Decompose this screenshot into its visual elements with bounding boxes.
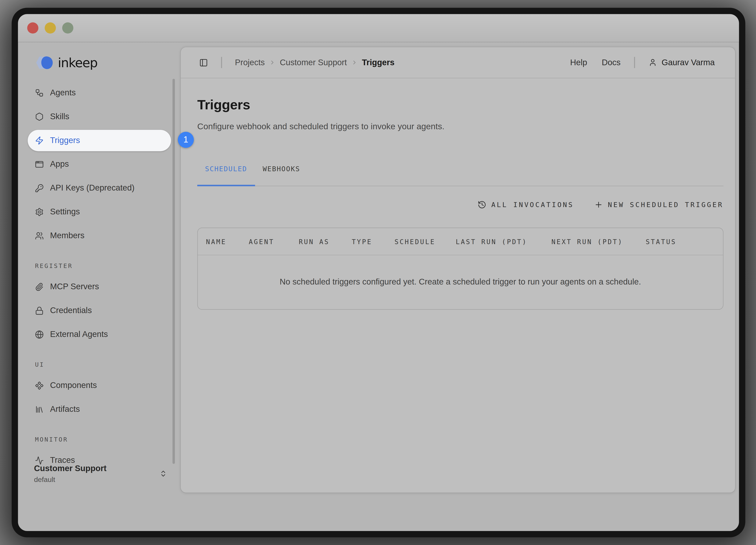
minimize-window-button[interactable] (45, 22, 56, 34)
new-scheduled-trigger-label: NEW SCHEDULED TRIGGER (608, 201, 724, 208)
sidebar-item-label: Credentials (50, 306, 92, 316)
artifacts-icon (35, 405, 44, 414)
sidebar-item-label: Components (50, 381, 97, 390)
sidebar-section-register: REGISTER (35, 262, 171, 269)
sidebar-item-skills[interactable]: Skills (28, 106, 171, 127)
sidebar-item-apps[interactable]: Apps (28, 154, 171, 175)
tab-scheduled[interactable]: SCHEDULED (197, 164, 255, 186)
agents-icon (35, 88, 44, 97)
sidebar-item-label: Skills (50, 112, 69, 121)
sidebar-item-agents[interactable]: Agents (28, 82, 171, 104)
user-menu[interactable]: Gaurav Varma (649, 57, 715, 67)
sidebar-scrollbar[interactable] (172, 79, 175, 464)
chevron-right-icon (351, 59, 358, 66)
column-header-status: STATUS (646, 237, 723, 245)
sidebar-item-mcp-servers[interactable]: MCP Servers (28, 276, 171, 298)
breadcrumb-projects[interactable]: Projects (235, 57, 265, 67)
breadcrumb-triggers: Triggers (362, 57, 395, 67)
header-divider (634, 57, 635, 68)
sidebar-item-label: External Agents (50, 330, 108, 339)
page-title: Triggers (197, 97, 724, 113)
page-description: Configure webhook and scheduled triggers… (197, 121, 724, 132)
sidebar-item-members[interactable]: Members (28, 225, 171, 247)
header-divider (221, 57, 222, 68)
panel-left-icon (199, 58, 208, 67)
column-header-next-run: NEXT RUN (PDT) (551, 237, 646, 245)
sidebar-section-monitor: MONITOR (35, 436, 171, 443)
help-link[interactable]: Help (570, 57, 587, 67)
workspace-name: Customer Support (34, 463, 107, 475)
external-agents-icon (35, 330, 44, 339)
triggers-icon (35, 136, 44, 145)
chevrons-up-down-icon (159, 470, 167, 477)
inkeep-logo[interactable]: inkeep (34, 56, 171, 70)
sidebar-item-label: Agents (50, 88, 76, 98)
skills-icon (35, 112, 44, 121)
api-keys-icon (35, 184, 44, 192)
sidebar-item-components[interactable]: Components (28, 375, 171, 397)
column-header-run-as: RUN AS (299, 237, 352, 245)
annotation-badge-1: 1 (178, 132, 194, 148)
sidebar-item-external-agents[interactable]: External Agents (28, 324, 171, 346)
sidebar-item-label: Settings (50, 207, 80, 217)
actions-row: ALL INVOCATIONS NEW SCHEDULED TRIGGER (197, 195, 724, 214)
docs-link[interactable]: Docs (602, 57, 621, 67)
workspace-info: Customer Support default (34, 463, 107, 484)
sidebar-toggle-button[interactable] (199, 58, 208, 67)
plus-icon (594, 200, 603, 209)
page-content: Triggers Configure webhook and scheduled… (181, 78, 735, 310)
sidebar-item-label: Triggers (50, 136, 80, 145)
tab-webhooks[interactable]: WEBHOOKS (255, 164, 308, 186)
sidebar-item-credentials[interactable]: Credentials (28, 300, 171, 322)
components-icon (35, 381, 44, 390)
inkeep-logo-icon (34, 56, 56, 70)
scheduled-triggers-table: NAME AGENT RUN AS TYPE SCHEDULE LAST RUN… (197, 227, 724, 310)
sidebar-item-label: Artifacts (50, 405, 80, 414)
breadcrumb: Projects Customer Support Triggers (235, 57, 395, 67)
sidebar-item-api-keys[interactable]: API Keys (Deprecated) (28, 177, 171, 199)
mcp-servers-icon (35, 283, 44, 291)
user-name: Gaurav Varma (662, 57, 715, 67)
zoom-window-button[interactable] (62, 22, 73, 34)
close-window-button[interactable] (27, 22, 38, 34)
app-window: inkeep Agents Skills Triggers (12, 8, 745, 537)
screenshot-stage: inkeep Agents Skills Triggers (0, 0, 756, 545)
apps-icon (35, 160, 44, 169)
credentials-icon (35, 307, 44, 315)
column-header-schedule: SCHEDULE (395, 237, 456, 245)
sidebar-item-settings[interactable]: Settings (28, 201, 171, 223)
members-icon (35, 231, 44, 240)
sidebar: inkeep Agents Skills Triggers (18, 42, 181, 495)
sidebar-item-label: Apps (50, 159, 69, 169)
new-scheduled-trigger-button[interactable]: NEW SCHEDULED TRIGGER (594, 200, 723, 209)
column-header-name: NAME (206, 237, 249, 245)
all-invocations-label: ALL INVOCATIONS (491, 201, 574, 208)
sidebar-item-label: API Keys (Deprecated) (50, 183, 134, 193)
sidebar-nav: Agents Skills Triggers Apps (28, 82, 171, 471)
workspace-switcher[interactable]: Customer Support default (34, 463, 167, 484)
sidebar-section-ui: UI (35, 361, 171, 368)
inkeep-wordmark: inkeep (58, 56, 97, 70)
window-titlebar (18, 14, 739, 42)
settings-icon (35, 208, 44, 216)
table-header-row: NAME AGENT RUN AS TYPE SCHEDULE LAST RUN… (198, 228, 723, 255)
sidebar-item-triggers[interactable]: Triggers (28, 130, 171, 151)
empty-state-message: No scheduled triggers configured yet. Cr… (280, 277, 641, 287)
chevron-right-icon (269, 59, 275, 66)
tab-list: SCHEDULED WEBHOOKS (197, 164, 724, 186)
column-header-type: TYPE (352, 237, 395, 245)
sidebar-item-label: MCP Servers (50, 282, 99, 292)
column-header-agent: AGENT (249, 237, 299, 245)
main-panel: Projects Customer Support Triggers Help … (181, 47, 735, 493)
all-invocations-button[interactable]: ALL INVOCATIONS (478, 200, 574, 209)
table-empty-state: No scheduled triggers configured yet. Cr… (198, 255, 723, 309)
sidebar-item-artifacts[interactable]: Artifacts (28, 399, 171, 420)
sidebar-item-label: Members (50, 231, 84, 240)
user-icon (649, 58, 657, 67)
history-icon (478, 200, 486, 209)
panel-header: Projects Customer Support Triggers Help … (181, 47, 735, 78)
column-header-last-run: LAST RUN (PDT) (456, 237, 551, 245)
breadcrumb-customer-support[interactable]: Customer Support (280, 57, 347, 67)
workspace-environment: default (34, 475, 107, 484)
